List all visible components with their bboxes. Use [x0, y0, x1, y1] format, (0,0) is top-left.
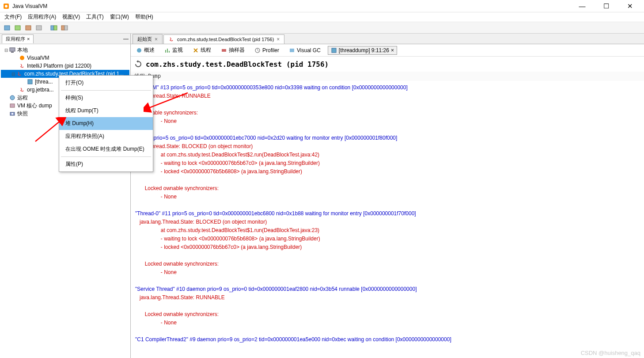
svg-rect-8 — [61, 26, 64, 30]
toolbar-btn-2[interactable] — [13, 23, 22, 32]
close-icon[interactable]: × — [155, 36, 158, 42]
tree-node-local[interactable]: ⊟ 本地 — [1, 46, 129, 54]
svg-point-17 — [11, 113, 13, 115]
menu-separator — [61, 156, 151, 157]
menu-app[interactable]: 应用程序(A) — [25, 12, 59, 22]
toolbar-btn-4[interactable] — [34, 23, 43, 32]
menu-heap-dump[interactable]: 堆 Dump(H) — [59, 117, 153, 130]
subtab-overview[interactable]: 概述 — [133, 46, 157, 55]
tab-deadblock[interactable]: com.zhs.study.test.DeadBlockTest (pid 17… — [163, 34, 284, 44]
svg-rect-10 — [10, 48, 15, 51]
svg-rect-11 — [11, 52, 14, 53]
svg-point-12 — [20, 56, 24, 60]
visualgc-icon — [289, 47, 295, 53]
menu-sample[interactable]: 样例(S) — [59, 91, 153, 104]
window-title: Java VisualVM — [12, 3, 574, 9]
tree-node-intellij[interactable]: IntelliJ Platform (pid 12200) — [1, 62, 129, 70]
content-tabs: 起始页 × com.zhs.study.test.DeadBlockTest (… — [131, 34, 644, 44]
annotation-arrow — [33, 117, 68, 144]
visualvm-icon — [19, 54, 26, 61]
content-area: 起始页 × com.zhs.study.test.DeadBlockTest (… — [131, 34, 644, 358]
svg-rect-22 — [222, 49, 226, 52]
sampler-icon — [221, 47, 227, 53]
expander-icon[interactable]: ⊟ — [4, 48, 9, 53]
toolbar — [0, 22, 644, 34]
menu-open[interactable]: 打开(O) — [59, 76, 153, 89]
expander-icon[interactable]: ⊟ — [11, 72, 16, 76]
menu-tools[interactable]: 工具(T) — [83, 12, 106, 22]
menu-thread-dump[interactable]: 线程 Dump(T) — [59, 104, 153, 117]
toolbar-btn-6[interactable] — [60, 23, 69, 32]
heading: com.zhs.study.test.DeadBlockTest (pid 17… — [131, 57, 644, 72]
window-controls: — ☐ ✕ — [574, 2, 638, 10]
svg-rect-6 — [51, 26, 54, 30]
maximize-button[interactable]: ☐ — [598, 2, 614, 10]
annotation-arrow — [144, 88, 192, 115]
toolbar-btn-5[interactable] — [49, 23, 58, 32]
svg-point-18 — [137, 48, 141, 53]
svg-rect-25 — [332, 48, 336, 53]
close-icon[interactable]: × — [277, 36, 280, 42]
toolbar-btn-3[interactable] — [24, 23, 33, 32]
remote-icon — [9, 94, 16, 101]
java-icon — [19, 62, 26, 69]
threaddump-icon — [331, 47, 337, 53]
snapshot-icon — [9, 110, 16, 117]
svg-rect-24 — [290, 49, 294, 52]
app-icon — [3, 3, 10, 10]
svg-rect-7 — [54, 26, 57, 30]
svg-line-27 — [35, 121, 61, 141]
svg-rect-2 — [4, 26, 10, 30]
subtab-sampler[interactable]: 抽样器 — [218, 46, 247, 55]
watermark: CSDN @huisheng_qaq — [581, 350, 640, 356]
svg-line-26 — [148, 93, 188, 108]
minimize-button[interactable]: — — [574, 2, 590, 10]
svg-rect-15 — [10, 104, 15, 107]
menu-separator — [61, 90, 151, 91]
heading-text: com.zhs.study.test.DeadBlockTest (pid 17… — [146, 60, 329, 69]
computer-icon — [9, 46, 16, 53]
menu-file[interactable]: 文件(F) — [2, 12, 24, 22]
minimize-panel-icon[interactable]: — — [123, 36, 129, 42]
thread-dump-text[interactable]: yJavaVM" #13 prio=5 os_prio=0 tid=0x0000… — [131, 81, 644, 358]
sidebar-tabs: 应用程序 × — — [0, 34, 130, 44]
svg-rect-5 — [36, 26, 42, 30]
section-label: 线程 Dump — [131, 72, 644, 81]
coredump-icon — [9, 102, 16, 109]
menu-properties[interactable]: 属性(P) — [59, 158, 153, 171]
svg-point-14 — [10, 95, 15, 100]
menu-app-snapshot[interactable]: 应用程序快照(A) — [59, 130, 153, 143]
svg-rect-21 — [169, 51, 170, 53]
java-icon — [16, 70, 23, 77]
subtab-monitor[interactable]: 监视 — [162, 46, 186, 55]
reload-icon[interactable] — [134, 60, 142, 68]
close-button[interactable]: ✕ — [622, 2, 638, 10]
tab-startpage[interactable]: 起始页 × — [133, 34, 163, 44]
svg-rect-20 — [167, 49, 168, 53]
context-menu: 打开(O) 样例(S) 线程 Dump(T) 堆 Dump(H) 应用程序快照(… — [59, 75, 153, 172]
subtab-threads[interactable]: 线程 — [190, 46, 214, 55]
close-icon[interactable]: × — [27, 36, 30, 42]
menu-oome-dump[interactable]: 在出现 OOME 时生成堆 Dump(E) — [59, 143, 153, 156]
menu-help[interactable]: 帮助(H) — [133, 12, 156, 22]
svg-rect-3 — [15, 26, 20, 30]
close-icon[interactable]: × — [391, 47, 394, 53]
dump-icon — [27, 78, 34, 85]
svg-rect-19 — [165, 50, 166, 53]
subtab-threaddump[interactable]: [threaddump] 9:11:26× — [328, 46, 397, 55]
threads-icon — [193, 47, 199, 53]
menu-window[interactable]: 窗口(W) — [107, 12, 132, 22]
menu-view[interactable]: 视图(V) — [60, 12, 83, 22]
svg-rect-9 — [64, 26, 68, 30]
subtab-profiler[interactable]: Profiler — [252, 46, 282, 54]
svg-rect-13 — [28, 80, 32, 84]
subtabs: 概述 监视 线程 抽样器 Profiler Visual GC [threadd… — [131, 44, 644, 57]
sidebar-tab-applications[interactable]: 应用程序 × — [2, 34, 34, 43]
toolbar-btn-1[interactable] — [3, 23, 11, 32]
java-icon — [168, 36, 174, 42]
monitor-icon — [164, 47, 170, 53]
profiler-icon — [254, 47, 261, 53]
tree-node-visualvm[interactable]: VisualVM — [1, 54, 129, 62]
subtab-visualgc[interactable]: Visual GC — [286, 46, 323, 54]
menubar: 文件(F) 应用程序(A) 视图(V) 工具(T) 窗口(W) 帮助(H) — [0, 12, 644, 22]
